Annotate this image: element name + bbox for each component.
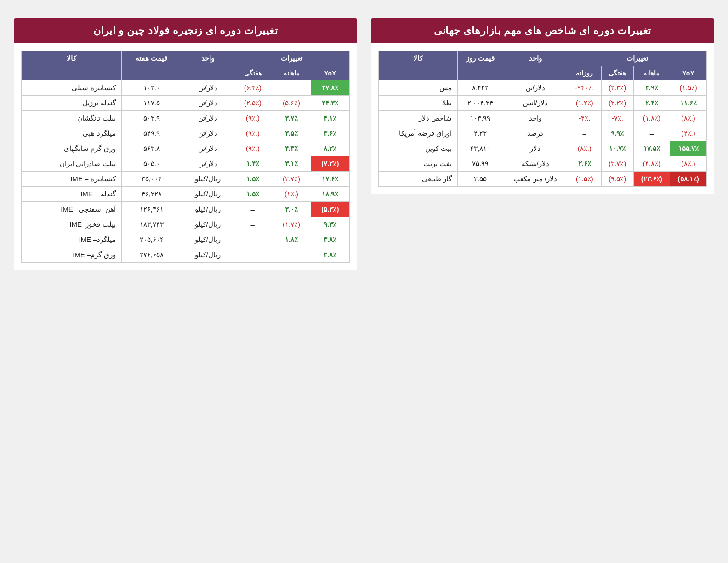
qimat-cell: ۲.۵۵ xyxy=(458,172,503,187)
hafteqi-cell: (۹.۵٪) xyxy=(601,172,633,187)
left-qimat-sub xyxy=(458,66,503,80)
vahed-cell: دلار/تن xyxy=(182,141,233,156)
right-table-title: تغییرات دوره ای زنجیره فولاد چین و ایران xyxy=(14,18,357,43)
table-row: ۳.۶٪ ۳.۵٪ (.۹٪) دلار/تن ۵۴۹.۹ میلگرد هبی xyxy=(22,126,350,141)
hafteqi-cell: (.۹٪) xyxy=(233,141,272,156)
kala-cell: اوراق قرضه آمریکا xyxy=(379,126,458,141)
vahed-cell: دلار/تن xyxy=(182,156,233,172)
qimat-cell: ۲۰۵,۶۰۴ xyxy=(121,232,182,247)
kala-cell: گاز طبیعی xyxy=(379,172,458,187)
kala-cell: طلا xyxy=(379,96,458,111)
right-qimat-header: قیمت هفته xyxy=(121,51,182,66)
kala-cell: بیلت صادراتی ایران xyxy=(22,156,122,172)
yoy-cell: ۱۸.۹٪ xyxy=(311,187,349,202)
yoy-cell: ۳۷.۸٪ xyxy=(311,80,349,96)
vahed-cell: دلار/ متر مکعب xyxy=(503,172,568,187)
table-row: ۲.۸٪ – – ریال/کیلو ۲۷۶,۶۵۸ ورق گرم– IME xyxy=(22,247,350,263)
rozane-cell: ۲.۶٪ xyxy=(568,156,601,172)
table-row: ۹.۳٪ (۱.۷٪) – ریال/کیلو ۱۸۳,۷۴۳ بیلت فخو… xyxy=(22,217,350,232)
mahane-cell: (۴.۸٪) xyxy=(633,156,670,172)
hafteqi-cell: .۷٪- xyxy=(601,111,633,126)
qimat-cell: ۵۴۹.۹ xyxy=(121,126,182,141)
right-kala-sub xyxy=(22,66,122,80)
vahed-cell: دلار/تن xyxy=(503,80,568,96)
qimat-cell: ۴.۲۳ xyxy=(458,126,503,141)
hafteqi-cell: – xyxy=(233,247,272,263)
qimat-cell: ۲۷۶,۶۵۸ xyxy=(121,247,182,263)
left-table-title: تغییرات دوره ای شاخص های مهم بازارهای جه… xyxy=(371,18,714,43)
kala-cell: ورق گرم شانگهای xyxy=(22,141,122,156)
hafteqi-cell: – xyxy=(233,202,272,217)
table-row: ۲۴.۳٪ (۵.۶٪) (۲.۵٪) دلار/تن ۱۱۷.۵ گندله … xyxy=(22,96,350,111)
mahane-cell: – xyxy=(633,126,670,141)
mahane-cell: (.۱٪) xyxy=(272,187,311,202)
table-row: ۱۱.۶٪ ۲.۴٪ (۳.۲٪) (۱.۲٪) دلار/انس ۲,۰۰۴.… xyxy=(379,96,707,111)
yoy-cell: ۱۱.۶٪ xyxy=(670,96,707,111)
kala-cell: گندله – IME xyxy=(22,187,122,202)
qimat-cell: ۸,۴۲۲ xyxy=(458,80,503,96)
mahane-cell: (۲.۷٪) xyxy=(272,172,311,187)
left-taghirat-header: تغییرات xyxy=(568,51,706,66)
hafteqi-cell: (۲.۵٪) xyxy=(233,96,272,111)
left-mahane-sub: ماهانه xyxy=(633,66,670,80)
vahed-cell: دلار/بشکه xyxy=(503,156,568,172)
yoy-cell: ۲.۸٪ xyxy=(311,247,349,263)
yoy-cell: (.۴٪) xyxy=(670,126,707,141)
mahane-cell: ۱.۸٪ xyxy=(272,232,311,247)
qimat-cell: ۵۰۳.۹ xyxy=(121,111,182,126)
mahane-cell: ۱۷.۵٪ xyxy=(633,141,670,156)
kala-cell: گندله برزیل xyxy=(22,96,122,111)
vahed-cell: ریال/کیلو xyxy=(182,247,233,263)
vahed-cell: واحد xyxy=(503,111,568,126)
table-row: ۸.۲٪ ۴.۳٪ (.۹٪) دلار/تن ۵۶۳.۸ ورق گرم شا… xyxy=(22,141,350,156)
hafteqi-cell: (۶.۴٪) xyxy=(233,80,272,96)
right-vahed-sub xyxy=(182,66,233,80)
vahed-cell: ریال/کیلو xyxy=(182,217,233,232)
left-vahed-header: واحد xyxy=(503,51,568,66)
kala-cell: میلگرد هبی xyxy=(22,126,122,141)
kala-cell: ورق گرم– IME xyxy=(22,247,122,263)
qimat-cell: ۵۰۵.۰ xyxy=(121,156,182,172)
left-kala-header: کالا xyxy=(379,51,458,66)
qimat-cell: ۱۲۶,۳۶۱ xyxy=(121,202,182,217)
vahed-cell: دلار/انس xyxy=(503,96,568,111)
vahed-cell: دلار/تن xyxy=(182,80,233,96)
qimat-cell: ۷۵.۹۹ xyxy=(458,156,503,172)
qimat-cell: ۴۶,۲۲۸ xyxy=(121,187,182,202)
hafteqi-cell: (۳.۲٪) xyxy=(601,96,633,111)
hafteqi-cell: ۱۰.۷٪ xyxy=(601,141,633,156)
left-kala-sub xyxy=(379,66,458,80)
kala-cell: بیت کوین xyxy=(379,141,458,156)
table-row: ۴.۱٪ ۳.۷٪ (.۹٪) دلار/تن ۵۰۳.۹ بیلت تانگش… xyxy=(22,111,350,126)
qimat-cell: ۴۳,۸۱۰ xyxy=(458,141,503,156)
yoy-cell: ۳.۸٪ xyxy=(311,232,349,247)
mahane-cell: ۳.۷٪ xyxy=(272,111,311,126)
qimat-cell: ۱۱۷.۵ xyxy=(121,96,182,111)
hafteqi-cell: – xyxy=(233,232,272,247)
right-vahed-header: واحد xyxy=(182,51,233,66)
right-yoy-sub: YoY xyxy=(311,66,349,80)
mahane-cell: (۱.۷٪) xyxy=(272,217,311,232)
right-kala-header: کالا xyxy=(22,51,122,66)
hafteqi-cell: (.۹٪) xyxy=(233,111,272,126)
rozane-cell: .۴٪- xyxy=(568,111,601,126)
hafteqi-cell: ۱.۴٪ xyxy=(233,156,272,172)
left-hafteqi-sub: هفتگی xyxy=(601,66,633,80)
qimat-cell: ۱۸۳,۷۴۳ xyxy=(121,217,182,232)
mahane-cell: ۳.۰٪ xyxy=(272,202,311,217)
table-row: (۷.۲٪) ۳.۱٪ ۱.۴٪ دلار/تن ۵۰۵.۰ بیلت صادر… xyxy=(22,156,350,172)
table-row: (.۴٪) – ۹.۹٪ – درصد ۴.۲۳ اوراق قرضه آمری… xyxy=(379,126,707,141)
table-row: (۵.۳٪) ۳.۰٪ – ریال/کیلو ۱۲۶,۳۶۱ آهن اسفن… xyxy=(22,202,350,217)
left-rozane-sub: روزانه xyxy=(568,66,601,80)
vahed-cell: دلار/تن xyxy=(182,111,233,126)
left-qimat-header: قیمت روز xyxy=(458,51,503,66)
kala-cell: کنسانتره شیلی xyxy=(22,80,122,96)
vahed-cell: دلار/تن xyxy=(182,96,233,111)
table-row: (.۸٪) (۱.۸٪) .۷٪- .۴٪- واحد ۱۰۳.۹۹ شاخص … xyxy=(379,111,707,126)
yoy-cell: (۵.۳٪) xyxy=(311,202,349,217)
mahane-cell: – xyxy=(272,247,311,263)
mahane-cell: ۳.۱٪ xyxy=(272,156,311,172)
qimat-cell: ۱۰۳.۹۹ xyxy=(458,111,503,126)
rozane-cell: – xyxy=(568,126,601,141)
mahane-cell: ۴.۳٪ xyxy=(272,141,311,156)
